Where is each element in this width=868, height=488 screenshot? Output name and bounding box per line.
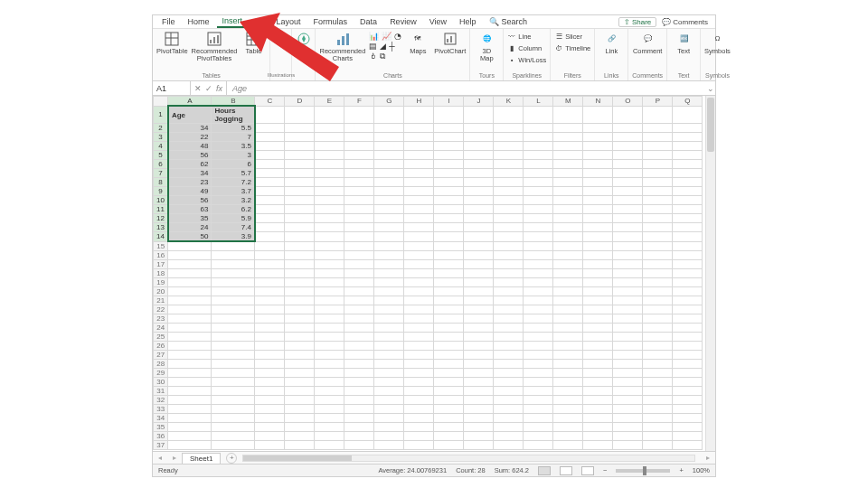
cell-G21[interactable] — [374, 296, 404, 305]
cell-E36[interactable] — [315, 431, 344, 440]
column-header-P[interactable]: P — [643, 97, 673, 107]
cell-O4[interactable] — [613, 142, 643, 151]
cell-J25[interactable] — [464, 332, 494, 341]
cell-O29[interactable] — [613, 368, 643, 377]
cell-M3[interactable] — [553, 133, 583, 142]
row-header-11[interactable]: 11 — [154, 205, 168, 214]
tab-home[interactable]: Home — [183, 16, 215, 27]
cell-M30[interactable] — [553, 377, 583, 386]
cell-I6[interactable] — [434, 160, 464, 169]
cell-F5[interactable] — [344, 151, 374, 160]
cell-I14[interactable] — [434, 232, 464, 242]
cell-L2[interactable] — [524, 124, 553, 133]
cell-H13[interactable] — [404, 223, 434, 232]
cell-J21[interactable] — [464, 296, 494, 305]
cell-B15[interactable] — [212, 241, 255, 250]
cell-J19[interactable] — [464, 277, 494, 286]
cell-C18[interactable] — [255, 268, 285, 277]
cell-N27[interactable] — [583, 350, 613, 359]
cell-P14[interactable] — [643, 232, 673, 242]
cell-L23[interactable] — [524, 314, 553, 323]
cell-B19[interactable] — [212, 277, 255, 286]
cell-G32[interactable] — [374, 395, 404, 404]
grid[interactable]: ABCDEFGHIJKLMNOPQ1AgeHours Jogging2345.5… — [153, 96, 704, 451]
new-sheet-button[interactable]: + — [226, 453, 237, 464]
cell-G26[interactable] — [374, 341, 404, 350]
cell-H9[interactable] — [404, 187, 434, 196]
cell-I7[interactable] — [434, 169, 464, 178]
tab-help[interactable]: Help — [454, 16, 482, 27]
cell-B7[interactable]: 5.7 — [212, 169, 255, 178]
cell-N18[interactable] — [583, 268, 613, 277]
name-box[interactable]: A1 — [153, 81, 191, 95]
cell-H17[interactable] — [404, 259, 434, 268]
cell-H27[interactable] — [404, 350, 434, 359]
cell-H2[interactable] — [404, 124, 434, 133]
cell-P25[interactable] — [643, 332, 673, 341]
cell-N34[interactable] — [583, 413, 613, 422]
cell-I33[interactable] — [434, 404, 464, 413]
cell-O19[interactable] — [613, 277, 643, 286]
cell-N5[interactable] — [583, 151, 613, 160]
cell-F27[interactable] — [344, 350, 374, 359]
cell-J7[interactable] — [464, 169, 494, 178]
cell-M37[interactable] — [553, 440, 583, 449]
cell-M9[interactable] — [553, 187, 583, 196]
view-page-layout-button[interactable] — [560, 466, 572, 475]
cell-F26[interactable] — [344, 341, 374, 350]
cell-N31[interactable] — [583, 386, 613, 395]
cell-G24[interactable] — [374, 323, 404, 332]
cell-J22[interactable] — [464, 305, 494, 314]
cell-K4[interactable] — [494, 142, 524, 151]
cell-L7[interactable] — [524, 169, 553, 178]
cell-P26[interactable] — [643, 341, 673, 350]
cell-F1[interactable] — [344, 106, 374, 124]
combo-chart-icon[interactable]: ⧉ — [380, 52, 385, 61]
cell-F20[interactable] — [344, 286, 374, 296]
cell-A20[interactable] — [168, 286, 212, 296]
row-header-17[interactable]: 17 — [154, 259, 168, 268]
cell-H25[interactable] — [404, 332, 434, 341]
cell-L16[interactable] — [524, 250, 553, 259]
cell-C31[interactable] — [255, 386, 285, 395]
cell-I36[interactable] — [434, 431, 464, 440]
cell-P13[interactable] — [643, 223, 673, 232]
row-header-4[interactable]: 4 — [154, 142, 168, 151]
row-header-22[interactable]: 22 — [154, 305, 168, 314]
cell-P29[interactable] — [643, 368, 673, 377]
cell-I17[interactable] — [434, 259, 464, 268]
cell-H11[interactable] — [404, 205, 434, 214]
row-header-23[interactable]: 23 — [154, 314, 168, 323]
cell-K15[interactable] — [494, 241, 524, 250]
cell-D22[interactable] — [285, 305, 315, 314]
cell-J4[interactable] — [464, 142, 494, 151]
cell-Q5[interactable] — [673, 151, 703, 160]
cell-G9[interactable] — [374, 187, 404, 196]
cell-F6[interactable] — [344, 160, 374, 169]
cell-L32[interactable] — [524, 395, 553, 404]
cell-N37[interactable] — [583, 440, 613, 449]
column-header-K[interactable]: K — [494, 97, 524, 107]
cell-B33[interactable] — [212, 404, 255, 413]
cell-A3[interactable]: 22 — [168, 133, 212, 142]
cell-G23[interactable] — [374, 314, 404, 323]
cell-F29[interactable] — [344, 368, 374, 377]
cell-Q37[interactable] — [673, 440, 703, 449]
cell-K29[interactable] — [494, 368, 524, 377]
cell-H10[interactable] — [404, 196, 434, 205]
cell-I10[interactable] — [434, 196, 464, 205]
zoom-in-button[interactable]: + — [679, 466, 683, 474]
cell-C8[interactable] — [255, 178, 285, 187]
cell-C1[interactable] — [255, 106, 285, 124]
cell-Q25[interactable] — [673, 332, 703, 341]
cell-N20[interactable] — [583, 286, 613, 296]
cell-N8[interactable] — [583, 178, 613, 187]
cell-N14[interactable] — [583, 232, 613, 242]
cell-Q21[interactable] — [673, 296, 703, 305]
cell-D11[interactable] — [285, 205, 315, 214]
cell-O1[interactable] — [613, 106, 643, 124]
cell-E12[interactable] — [315, 214, 344, 223]
cell-E22[interactable] — [315, 305, 344, 314]
cell-G10[interactable] — [374, 196, 404, 205]
cell-K11[interactable] — [494, 205, 524, 214]
